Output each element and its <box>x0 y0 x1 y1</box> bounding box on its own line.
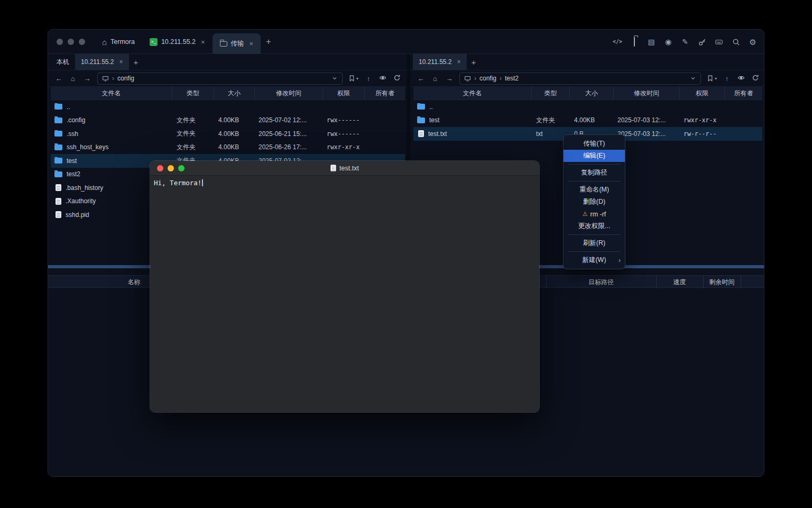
table-row[interactable]: test 文件夹 4.00KB 2025-07-03 12:... rwxr-x… <box>413 114 762 128</box>
column-header-modified[interactable]: 修改时间 <box>614 87 680 100</box>
chevron-down-icon[interactable] <box>690 75 696 81</box>
table-row[interactable]: ssh_host_keys 文件夹 4.00KB 2025-06-26 17:.… <box>51 141 405 155</box>
editor-content[interactable]: Hi, Termora! <box>150 176 539 413</box>
column-header-name[interactable]: 文件名 <box>51 87 172 100</box>
new-pane-tab-button[interactable]: + <box>129 54 143 70</box>
maximize-window-button[interactable] <box>178 165 184 171</box>
menu-item-transfer[interactable]: 传输(T) <box>564 138 625 150</box>
close-window-button[interactable] <box>57 39 63 45</box>
bookmark-button[interactable]: ▾ <box>707 75 717 82</box>
column-header-type[interactable]: 类型 <box>172 87 214 100</box>
column-header-modified[interactable]: 修改时间 <box>255 87 323 100</box>
column-header-size[interactable]: 大小 <box>214 87 255 100</box>
chevron-down-icon: ▾ <box>356 76 358 81</box>
transfer-column-eta: 剩余时间 <box>703 276 741 288</box>
menu-item-refresh[interactable]: 刷新(R) <box>564 237 625 249</box>
column-header-perm[interactable]: 权限 <box>680 87 725 100</box>
file-name: test.txt <box>428 130 447 138</box>
menu-item-change-permissions[interactable]: 更改权限... <box>564 220 625 232</box>
record-icon[interactable]: ◉ <box>663 38 673 46</box>
file-name: .ssh <box>67 130 78 138</box>
close-tab-icon[interactable]: × <box>250 40 254 48</box>
chevron-down-icon[interactable] <box>331 75 338 81</box>
back-icon[interactable]: ← <box>54 75 63 83</box>
tab-remote-host[interactable]: 10.211.55.2 × <box>75 54 129 70</box>
path-field[interactable]: › config › test2 <box>459 72 701 85</box>
new-tab-button[interactable]: + <box>261 30 276 54</box>
file-icon <box>56 211 61 218</box>
column-header-owner[interactable]: 所有者 <box>725 87 762 100</box>
path-segment[interactable]: config <box>117 75 134 82</box>
file-name: sshd.pid <box>66 211 89 219</box>
path-field[interactable]: › config <box>97 72 343 85</box>
forward-icon[interactable]: → <box>83 75 91 83</box>
tab-transfer[interactable]: 传输 × <box>213 33 261 54</box>
code-icon[interactable]: </> <box>613 39 622 44</box>
column-header-name[interactable]: 文件名 <box>413 87 532 100</box>
show-hidden-eye-icon[interactable] <box>379 74 387 83</box>
minimize-window-button[interactable] <box>168 165 174 171</box>
column-header-size[interactable]: 大小 <box>570 87 614 100</box>
refresh-icon[interactable] <box>393 74 401 83</box>
edit-icon[interactable]: ✎ <box>680 38 690 46</box>
file-name: .bash_history <box>66 184 103 192</box>
column-header-owner[interactable]: 所有者 <box>365 87 405 100</box>
table-row[interactable]: .config 文件夹 4.00KB 2025-07-02 12:... rwx… <box>51 114 405 128</box>
table-row[interactable]: .. <box>51 100 405 114</box>
table-row[interactable]: .. <box>413 100 762 114</box>
keyboard-icon[interactable] <box>714 38 724 46</box>
menu-item-rm-rf[interactable]: ⚠ rm -rf <box>564 208 625 220</box>
right-pathbar: ← ⌂ → › config › test2 ▾ ↑ <box>410 70 764 87</box>
tab-label: 本机 <box>57 58 69 67</box>
search-icon[interactable] <box>731 38 741 46</box>
show-hidden-eye-icon[interactable] <box>737 74 745 83</box>
home-icon[interactable]: ⌂ <box>431 75 439 83</box>
back-icon[interactable]: ← <box>417 75 425 83</box>
menu-item-rename[interactable]: 重命名(M) <box>564 184 625 196</box>
column-header-perm[interactable]: 权限 <box>323 87 365 100</box>
path-segment[interactable]: config <box>479 75 496 82</box>
settings-icon[interactable]: ⚙ <box>748 38 758 46</box>
tab-label: 10.211.55.2 <box>81 58 114 66</box>
tab-remote-host[interactable]: 10.211.55.2 × <box>413 54 467 70</box>
new-pane-tab-button[interactable]: + <box>467 54 481 70</box>
menu-item-edit[interactable]: 编辑(E) <box>564 150 625 162</box>
tab-termora[interactable]: ⌂ Termora <box>95 30 142 54</box>
editor-text: Hi, Termora! <box>154 179 201 187</box>
minimize-window-button[interactable] <box>68 39 74 45</box>
maximize-window-button[interactable] <box>79 39 85 45</box>
folder-icon[interactable] <box>630 38 639 46</box>
menu-item-delete[interactable]: 删除(D) <box>564 196 625 208</box>
close-window-button[interactable] <box>157 165 163 171</box>
left-table-header: 文件名 类型 大小 修改时间 权限 所有者 <box>51 87 405 100</box>
editor-titlebar[interactable]: test.txt <box>150 161 539 176</box>
document-icon <box>330 165 336 171</box>
titlebar: ⌂ Termora >_ 10.211.55.2 × 传输 × + </> ▤ … <box>48 30 764 54</box>
key-icon[interactable] <box>697 38 707 46</box>
close-tab-icon[interactable]: × <box>457 58 461 66</box>
table-row[interactable]: .ssh 文件夹 4.00KB 2025-06-21 15:... rwx---… <box>51 127 405 141</box>
home-icon[interactable]: ⌂ <box>69 75 77 83</box>
menu-item-copy-path[interactable]: 复制路径 <box>564 167 625 179</box>
menu-item-label: rm -rf <box>590 211 606 218</box>
parent-directory-icon[interactable]: ↑ <box>364 75 373 83</box>
parent-directory-icon[interactable]: ↑ <box>723 75 731 83</box>
file-name: .. <box>429 103 433 111</box>
file-name: ssh_host_keys <box>67 143 108 151</box>
path-segment[interactable]: test2 <box>505 75 519 82</box>
close-tab-icon[interactable]: × <box>119 58 123 66</box>
chevron-down-icon: ▾ <box>715 76 717 81</box>
computer-icon <box>102 75 109 82</box>
bookmark-button[interactable]: ▾ <box>348 75 358 82</box>
column-header-type[interactable]: 类型 <box>532 87 570 100</box>
menu-item-new[interactable]: 新建(W) › <box>564 254 625 266</box>
transfer-column-speed: 速度 <box>656 276 703 288</box>
refresh-icon[interactable] <box>751 74 760 83</box>
forward-icon[interactable]: → <box>445 75 454 83</box>
close-tab-icon[interactable]: × <box>201 38 205 46</box>
tab-ssh-session[interactable]: >_ 10.211.55.2 × <box>142 30 213 54</box>
terminal-icon: >_ <box>150 38 158 46</box>
log-icon[interactable]: ▤ <box>647 38 656 46</box>
tab-local[interactable]: 本机 <box>51 54 75 70</box>
folder-icon <box>54 117 62 123</box>
